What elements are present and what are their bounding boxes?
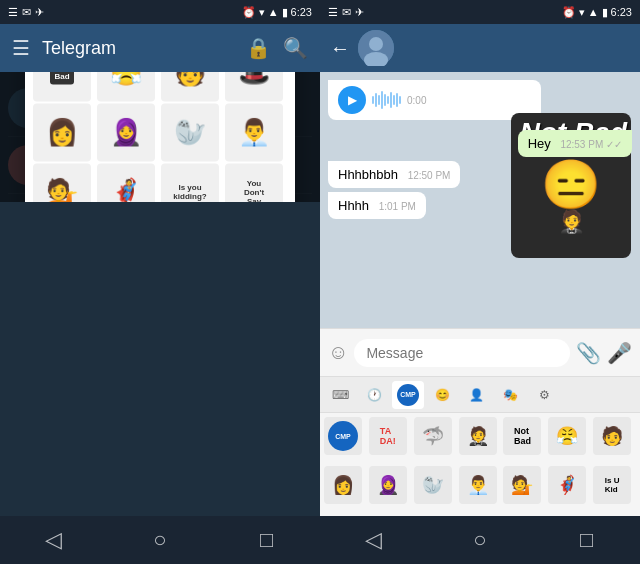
- right-panel: ☰ ✉ ✈ ⏰ ▾ ▲ ▮ 6:23 ← ▶: [320, 0, 640, 564]
- message-hhhh: Hhhh 1:01 PM: [328, 192, 426, 219]
- contact-avatar: [358, 30, 394, 66]
- tray-sticker-blue[interactable]: 🦈: [414, 417, 452, 455]
- left-status-right: ⏰ ▾ ▲ ▮ 6:23: [242, 6, 312, 19]
- right-status-icons: ☰ ✉ ✈: [328, 6, 364, 19]
- tray-sticker-cmp[interactable]: CMP: [324, 417, 362, 455]
- right-signal-icon: ▲: [588, 6, 599, 18]
- svg-point-1: [369, 37, 383, 51]
- right-status-right: ⏰ ▾ ▲ ▮ 6:23: [562, 6, 632, 19]
- tray-sticker-woman[interactable]: 👩: [324, 466, 362, 504]
- left-status-bar: ☰ ✉ ✈ ⏰ ▾ ▲ ▮ 6:23: [0, 0, 320, 24]
- play-button[interactable]: ▶: [338, 86, 366, 114]
- chat-list-background: Chat 1 Last message... Chat 2 Last messa…: [0, 72, 320, 202]
- sticker-ironman: 🦸: [97, 163, 155, 202]
- cmp-tab[interactable]: CMP: [392, 381, 424, 409]
- tray-sticker-hijab[interactable]: 🧕: [369, 466, 407, 504]
- right-mail-icon: ✉: [342, 6, 351, 19]
- sticker-kidding: Is youkidding?: [161, 163, 219, 202]
- sticker-char2: 🧑: [161, 72, 219, 101]
- sticker-pack-dialog: CompleteMemePack CMP TADA! 🦈 🤵 NotBad: [25, 72, 295, 202]
- attach-icon[interactable]: 📎: [576, 341, 601, 365]
- voice-time: 0:00: [407, 95, 426, 106]
- left-bottom-nav: ◁ ○ □: [0, 516, 320, 564]
- sticker-muslim-woman: 🧕: [97, 103, 155, 161]
- left-time: 6:23: [291, 6, 312, 18]
- sticker-suited2: 👨‍💼: [225, 103, 283, 161]
- sticker-tray-tabs: ⌨ 🕐 CMP 😊 👤 🎭 ⚙: [320, 377, 640, 413]
- sticker-seal: 🦭: [161, 103, 219, 161]
- telegram-icon-status: ✈: [35, 6, 44, 19]
- search-icon[interactable]: 🔍: [283, 36, 308, 60]
- sticker-preview-grid: CMP TADA! 🦈 🤵 NotBad 😤: [25, 72, 295, 202]
- keyboard-tab[interactable]: ⌨: [324, 381, 356, 409]
- sticker-tray-grid: CMP TADA! 🦈 🤵 NotBad 😤 🧑 👩 🧕 🦭 👨‍💼 💁 🦸 I…: [320, 413, 640, 516]
- sticker-woman: 👩: [33, 103, 91, 161]
- sticker-notbad: NotBad: [33, 72, 91, 101]
- sticker-youdontsa: YouDon'tSay: [225, 163, 283, 202]
- right-status-bar: ☰ ✉ ✈ ⏰ ▾ ▲ ▮ 6:23: [320, 0, 640, 24]
- settings-tab[interactable]: ⚙: [528, 381, 560, 409]
- mail-icon: ✉: [22, 6, 31, 19]
- tray-sticker-seal[interactable]: 🦭: [414, 466, 452, 504]
- right-recents-button[interactable]: □: [557, 516, 617, 564]
- theater-tab[interactable]: 🎭: [494, 381, 526, 409]
- tray-sticker-tada[interactable]: TADA!: [369, 417, 407, 455]
- tray-sticker-rage[interactable]: 😤: [548, 417, 586, 455]
- right-top-bar: ←: [320, 24, 640, 72]
- sticker-woman2: 💁: [33, 163, 91, 202]
- recent-tab[interactable]: 🕐: [358, 381, 390, 409]
- emoji-tab[interactable]: 😊: [426, 381, 458, 409]
- right-wifi-icon: ▾: [579, 6, 585, 19]
- left-panel: ☰ ✉ ✈ ⏰ ▾ ▲ ▮ 6:23 ☰ Telegram 🔒 🔍 Chat 1…: [0, 0, 320, 564]
- tray-sticker-char[interactable]: 🧑: [593, 417, 631, 455]
- message-hey: Hey 12:53 PM ✓✓: [518, 130, 632, 157]
- right-bottom-nav: ◁ ○ □: [320, 516, 640, 564]
- right-back-button[interactable]: ◁: [343, 516, 403, 564]
- sticker-trainer: 🎩: [225, 72, 283, 101]
- tray-sticker-question[interactable]: Is UKid: [593, 466, 631, 504]
- right-battery-icon: ▮: [602, 6, 608, 19]
- right-telegram-icon: ✈: [355, 6, 364, 19]
- message-hhhbhbbh: Hhhbhbbh 12:50 PM: [328, 161, 460, 188]
- wifi-icon: ▾: [259, 6, 265, 19]
- left-back-button[interactable]: ◁: [23, 516, 83, 564]
- message-input-bar: ☺ 📎 🎤: [320, 328, 640, 376]
- tray-sticker-woman2[interactable]: 💁: [503, 466, 541, 504]
- right-time: 6:23: [611, 6, 632, 18]
- signal-icon: ▲: [268, 6, 279, 18]
- waveform: [372, 91, 401, 109]
- sticker-tray: ⌨ 🕐 CMP 😊 👤 🎭 ⚙ CMP TADA! 🦈 🤵 NotBad 😤 🧑…: [320, 376, 640, 516]
- emoji-icon[interactable]: ☺: [328, 341, 348, 364]
- hamburger-menu-icon[interactable]: ☰: [12, 36, 30, 60]
- tray-sticker-man1[interactable]: 🤵: [459, 417, 497, 455]
- person-tab[interactable]: 👤: [460, 381, 492, 409]
- tray-sticker-notbad[interactable]: NotBad: [503, 417, 541, 455]
- sticker-rage: 😤: [97, 72, 155, 101]
- message-input[interactable]: [354, 339, 570, 367]
- tray-sticker-suit[interactable]: 👨‍💼: [459, 466, 497, 504]
- chat-area: ▶ 0:00 Not Bad 😑 🤵: [320, 72, 640, 328]
- app-title: Telegram: [42, 38, 234, 59]
- right-menu-icon: ☰: [328, 6, 338, 19]
- left-home-button[interactable]: ○: [130, 516, 190, 564]
- left-status-icons: ☰ ✉ ✈: [8, 6, 44, 19]
- battery-icon: ▮: [282, 6, 288, 19]
- left-recents-button[interactable]: □: [237, 516, 297, 564]
- lock-icon[interactable]: 🔒: [246, 36, 271, 60]
- tray-sticker-hero[interactable]: 🦸: [548, 466, 586, 504]
- mic-icon[interactable]: 🎤: [607, 341, 632, 365]
- back-arrow-icon[interactable]: ←: [330, 37, 350, 60]
- left-top-bar: ☰ Telegram 🔒 🔍: [0, 24, 320, 72]
- alarm-icon: ⏰: [242, 6, 256, 19]
- right-home-button[interactable]: ○: [450, 516, 510, 564]
- right-alarm-icon: ⏰: [562, 6, 576, 19]
- menu-icon-status: ☰: [8, 6, 18, 19]
